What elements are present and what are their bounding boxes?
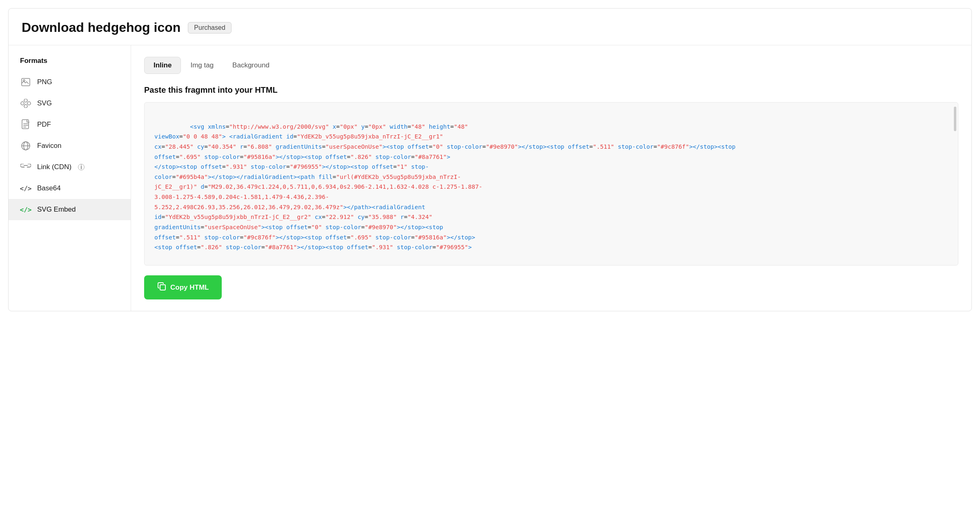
code-box[interactable]: <svg xmlns="http://www.w3.org/2000/svg" …: [144, 102, 958, 266]
base64-icon: </>: [20, 183, 31, 194]
svg-point-3: [27, 102, 31, 105]
svg-icon: [20, 98, 31, 109]
sidebar-item-favicon-label: Favicon: [37, 142, 62, 150]
body-container: Formats PNG: [9, 45, 971, 311]
purchased-badge: Purchased: [188, 22, 232, 33]
link-icon: [20, 161, 31, 173]
png-icon: [20, 76, 31, 88]
sidebar-item-png-label: PNG: [37, 78, 52, 86]
sidebar-title: Formats: [9, 57, 131, 71]
tab-inline[interactable]: Inline: [144, 57, 181, 74]
page-header: Download hedgehog icon Purchased: [9, 9, 971, 45]
svg-rect-14: [160, 285, 165, 290]
code-content: <svg xmlns="http://www.w3.org/2000/svg" …: [154, 112, 948, 263]
sidebar-item-base64[interactable]: </> Base64: [9, 178, 131, 199]
svg-point-1: [23, 80, 25, 81]
tab-imgtag[interactable]: Img tag: [181, 57, 223, 74]
pdf-icon: [20, 119, 31, 130]
copy-html-button[interactable]: Copy HTML: [144, 275, 222, 299]
copy-icon: [157, 282, 166, 293]
sidebar-item-favicon[interactable]: Favicon: [9, 135, 131, 156]
svg-point-5: [24, 105, 27, 108]
sidebar-item-svg[interactable]: SVG: [9, 93, 131, 114]
sidebar-item-svg-label: SVG: [37, 99, 52, 107]
cdn-info-icon: i: [78, 164, 85, 170]
sidebar: Formats PNG: [9, 45, 131, 311]
sidebar-item-base64-label: Base64: [37, 184, 61, 192]
main-content: Inline Img tag Background Paste this fra…: [131, 45, 971, 311]
tabs-container: Inline Img tag Background: [144, 57, 958, 74]
svg-point-2: [21, 102, 24, 105]
sidebar-item-cdn[interactable]: Link (CDN) i: [9, 156, 131, 178]
sidebar-item-svgembed-label: SVG Embed: [37, 205, 76, 214]
sidebar-item-cdn-label: Link (CDN): [37, 163, 71, 171]
sidebar-item-pdf[interactable]: PDF: [9, 114, 131, 135]
sidebar-item-svgembed[interactable]: </> SVG Embed: [9, 199, 131, 220]
sidebar-item-pdf-label: PDF: [37, 121, 51, 129]
main-container: Download hedgehog icon Purchased Formats…: [8, 8, 972, 311]
copy-html-label: Copy HTML: [170, 284, 209, 292]
scrollbar[interactable]: [954, 107, 956, 131]
page-title: Download hedgehog icon: [22, 20, 180, 35]
svg-point-4: [24, 99, 27, 102]
sidebar-item-png[interactable]: PNG: [9, 71, 131, 93]
tab-background[interactable]: Background: [223, 57, 279, 74]
svgembed-icon: </>: [20, 204, 31, 215]
favicon-icon: [20, 140, 31, 152]
section-title: Paste this fragmnt into your HTML: [144, 85, 958, 95]
